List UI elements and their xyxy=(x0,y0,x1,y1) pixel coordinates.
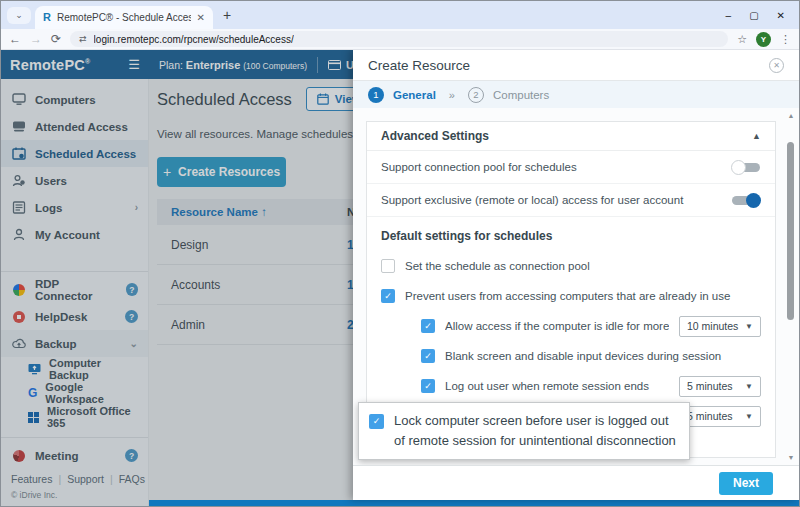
forward-icon[interactable]: → xyxy=(30,33,42,45)
browser-tab[interactable]: R RemotePC® - Schedule Access ✕ xyxy=(35,6,213,29)
scroll-up-icon[interactable]: ▲ xyxy=(785,112,797,119)
step-separator-icon: » xyxy=(449,89,455,101)
lock-screen-tooltip: ✓ Lock computer screen before user is lo… xyxy=(358,402,690,460)
panel-body: Advanced Settings ▲ Support connection p… xyxy=(353,108,799,465)
maximize-button[interactable]: ▢ xyxy=(749,10,758,21)
step-1-circle[interactable]: 1 xyxy=(368,87,384,103)
toggle-connection-pool[interactable] xyxy=(731,161,761,174)
step-2-circle[interactable]: 2 xyxy=(468,87,484,103)
checkbox-row-blank-screen: ✓ Blank screen and disable input devices… xyxy=(367,341,775,371)
new-tab-button[interactable]: + xyxy=(223,7,231,23)
scroll-down-icon[interactable]: ▼ xyxy=(785,454,797,461)
browser-menu-icon[interactable]: ⋮ xyxy=(780,33,791,46)
panel-footer: Next xyxy=(353,465,799,500)
panel-header: Create Resource ✕ xyxy=(353,50,799,81)
toggle-row-exclusive-access: Support exclusive (remote or local) acce… xyxy=(367,184,775,217)
site-info-icon[interactable]: ⇄ xyxy=(79,34,87,44)
dropdown-arrow-icon: ▼ xyxy=(745,412,753,421)
create-resource-panel: Create Resource ✕ 1 General » 2 Computer… xyxy=(353,50,799,500)
checkbox-row-connection-pool-schedule: Set the schedule as connection pool xyxy=(367,251,775,281)
tab-close-icon[interactable]: ✕ xyxy=(197,12,205,23)
checkbox-row-logout-user: ✓ Log out user when remote session ends … xyxy=(367,371,775,401)
browser-toolbar: ← → ⟳ ⇄ login.remotepc.com/rpcnew/schedu… xyxy=(1,29,799,50)
checkbox-checked[interactable]: ✓ xyxy=(369,414,384,429)
checkbox-unchecked[interactable] xyxy=(381,259,395,273)
tab-search-button[interactable]: ⌄ xyxy=(7,7,31,24)
lock-minutes-dropdown[interactable]: 5 minutes▼ xyxy=(679,406,761,427)
collapse-up-icon: ▲ xyxy=(752,131,761,141)
checkbox-checked[interactable]: ✓ xyxy=(421,349,435,363)
toggle-exclusive-access[interactable] xyxy=(731,194,761,207)
remotepc-app: RemotePC® ☰ Plan: Enterprise (100 Comput… xyxy=(1,50,799,506)
scrollbar-thumb[interactable] xyxy=(787,142,794,320)
close-window-button[interactable]: ✕ xyxy=(777,10,785,21)
checkbox-row-prevent-users: ✓ Prevent users from accessing computers… xyxy=(367,281,775,311)
checkbox-checked[interactable]: ✓ xyxy=(421,319,435,333)
next-button[interactable]: Next xyxy=(719,472,773,495)
idle-minutes-dropdown[interactable]: 10 minutes▼ xyxy=(679,316,761,337)
minimize-button[interactable]: – xyxy=(726,10,732,21)
checkbox-row-idle-access: ✓ Allow access if the computer is idle f… xyxy=(367,311,775,341)
wizard-steps: 1 General » 2 Computers xyxy=(353,81,799,108)
remotepc-favicon-icon: R xyxy=(43,12,51,23)
advanced-settings-accordion[interactable]: Advanced Settings ▲ xyxy=(367,122,775,151)
browser-tab-strip: ⌄ R RemotePC® - Schedule Access ✕ + – ▢ … xyxy=(1,1,799,29)
url-text: login.remotepc.com/rpcnew/scheduleAccess… xyxy=(94,34,294,45)
window-controls: – ▢ ✕ xyxy=(726,10,793,21)
reload-icon[interactable]: ⟳ xyxy=(51,33,61,45)
profile-avatar[interactable]: Y xyxy=(756,32,771,47)
step-computers-label[interactable]: Computers xyxy=(493,89,549,101)
checkbox-checked[interactable]: ✓ xyxy=(421,379,435,393)
tab-title: RemotePC® - Schedule Access xyxy=(57,12,191,23)
tab-dropdown-icon: ⌄ xyxy=(15,10,23,20)
close-panel-icon[interactable]: ✕ xyxy=(769,58,784,73)
toggle-row-connection-pool: Support connection pool for schedules xyxy=(367,151,775,184)
checkbox-checked[interactable]: ✓ xyxy=(381,289,395,303)
address-bar[interactable]: ⇄ login.remotepc.com/rpcnew/scheduleAcce… xyxy=(70,31,728,47)
panel-scrollbar[interactable]: ▲ ▼ xyxy=(785,112,797,461)
default-settings-heading: Default settings for schedules xyxy=(367,217,775,251)
tooltip-text: Lock computer screen before user is logg… xyxy=(394,411,679,450)
bottom-accent-bar xyxy=(149,500,799,506)
browser-window: ⌄ R RemotePC® - Schedule Access ✕ + – ▢ … xyxy=(0,0,800,507)
dropdown-arrow-icon: ▼ xyxy=(745,382,753,391)
bookmark-star-icon[interactable]: ☆ xyxy=(737,33,747,46)
logout-minutes-dropdown[interactable]: 5 minutes▼ xyxy=(679,376,761,397)
dropdown-arrow-icon: ▼ xyxy=(745,322,753,331)
back-icon[interactable]: ← xyxy=(9,33,21,45)
step-general-label[interactable]: General xyxy=(393,89,436,101)
panel-title: Create Resource xyxy=(368,58,470,73)
